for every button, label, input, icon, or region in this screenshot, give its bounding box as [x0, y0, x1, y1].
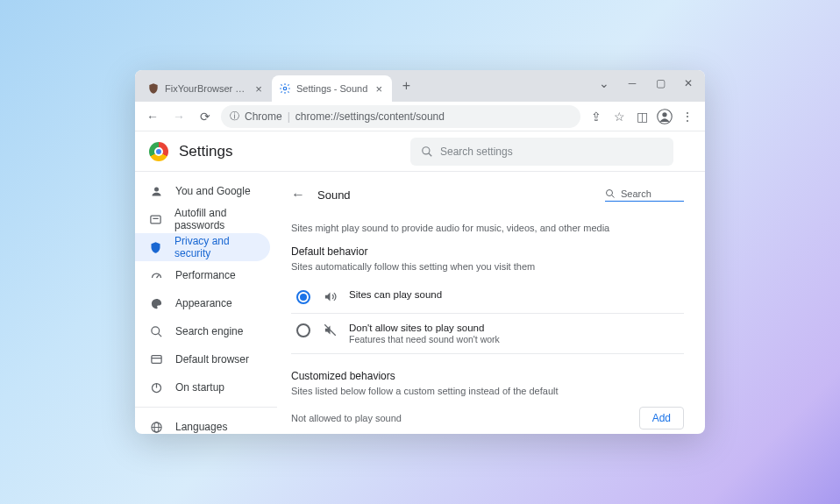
reload-button[interactable]: ⟳ — [195, 106, 216, 127]
window-controls: ⌄ ─ ▢ ✕ — [591, 70, 701, 96]
url-prefix: Chrome — [245, 110, 282, 123]
sidebar-item-you-and-google[interactable]: You and Google — [135, 177, 277, 205]
default-behavior-title: Default behavior — [291, 245, 684, 258]
shield-icon — [149, 240, 162, 254]
favicon-shield-icon — [147, 82, 160, 95]
page-title: Settings — [179, 143, 232, 160]
search-icon — [149, 324, 163, 338]
tab-close-icon[interactable]: × — [253, 82, 265, 95]
settings-body: You and Google Autofill and passwords Pr… — [135, 172, 705, 434]
sidebar-divider — [135, 407, 277, 408]
address-bar[interactable]: ⓘ Chrome | chrome://settings/content/sou… — [221, 105, 580, 128]
titlebar: FixYourBrowser - Your Trusted S… × Setti… — [135, 70, 705, 102]
section-title: Sound — [317, 188, 593, 202]
chrome-logo-icon — [149, 142, 168, 161]
profile-icon[interactable] — [654, 106, 675, 127]
new-tab-button[interactable]: + — [395, 75, 416, 96]
custom-title: Customized behaviors — [291, 370, 684, 382]
sidebar-item-default-browser[interactable]: Default browser — [135, 345, 277, 373]
person-icon — [149, 184, 163, 198]
not-allowed-label: Not allowed to play sound — [291, 413, 402, 423]
volume-mute-icon — [323, 323, 337, 337]
radio-unselected-icon — [296, 323, 310, 337]
power-icon — [149, 380, 163, 394]
sidebar-item-performance[interactable]: Performance — [135, 261, 277, 289]
svg-point-0 — [283, 87, 287, 90]
svg-line-19 — [612, 195, 615, 197]
toolbar: ← → ⟳ ⓘ Chrome | chrome://settings/conte… — [135, 102, 705, 131]
search-placeholder: Search settings — [440, 146, 513, 158]
sidebar-item-autofill[interactable]: Autofill and passwords — [135, 205, 277, 233]
svg-point-5 — [154, 187, 159, 191]
site-row: https://fixyourbrowser.com:443 ▸ ⋮ — [291, 429, 684, 434]
volume-icon — [323, 290, 337, 303]
globe-icon — [149, 420, 163, 434]
settings-header: Settings Search settings — [135, 131, 705, 172]
svg-rect-6 — [151, 216, 160, 224]
svg-line-4 — [429, 153, 432, 156]
sidebar: You and Google Autofill and passwords Pr… — [135, 172, 277, 434]
sidebar-item-startup[interactable]: On startup — [135, 373, 277, 401]
minimize-icon[interactable]: ─ — [619, 73, 645, 94]
paint-icon — [149, 296, 163, 310]
page-search-input[interactable]: Search — [605, 188, 684, 202]
tab-search-icon[interactable]: ⌄ — [591, 73, 617, 94]
tab-close-icon[interactable]: × — [373, 82, 385, 95]
main-header: ← Sound Search — [291, 179, 684, 210]
maximize-icon[interactable]: ▢ — [647, 73, 673, 94]
browser-window: FixYourBrowser - Your Trusted S… × Setti… — [135, 70, 705, 434]
intro-text: Sites might play sound to provide audio … — [291, 223, 684, 233]
content: Settings Search settings You and Google … — [135, 131, 705, 434]
main-panel: ← Sound Search Sites might play sound to… — [277, 172, 705, 434]
svg-point-8 — [151, 326, 159, 334]
back-arrow-icon[interactable]: ← — [291, 187, 305, 202]
svg-point-18 — [607, 189, 613, 195]
tab-settings[interactable]: Settings - Sound × — [272, 75, 392, 102]
radio-allow-sound[interactable]: Sites can play sound — [291, 280, 684, 314]
url-path: chrome://settings/content/sound — [295, 110, 445, 123]
sidebar-item-privacy[interactable]: Privacy and security — [135, 233, 270, 261]
radio-label: Don't allow sites to play sound — [349, 323, 500, 333]
close-window-icon[interactable]: ✕ — [675, 73, 701, 94]
sidepanel-icon[interactable]: ◫ — [631, 106, 652, 127]
share-icon[interactable]: ⇪ — [586, 106, 607, 127]
bookmark-icon[interactable]: ☆ — [609, 106, 630, 127]
radio-selected-icon — [296, 290, 310, 304]
speedometer-icon — [149, 268, 163, 282]
search-icon — [605, 188, 616, 199]
back-button[interactable]: ← — [142, 106, 163, 127]
svg-line-9 — [158, 333, 161, 337]
custom-sub: Sites listed below follow a custom setti… — [291, 386, 684, 396]
tab-fixyourbrowser[interactable]: FixYourBrowser - Your Trusted S… × — [140, 75, 272, 102]
favicon-gear-icon — [279, 82, 291, 95]
browser-icon — [149, 352, 163, 366]
autofill-icon — [149, 212, 162, 226]
radio-sublabel: Features that need sound won't work — [349, 334, 500, 344]
search-settings-input[interactable]: Search settings — [410, 138, 673, 166]
search-icon — [421, 146, 433, 158]
tab-label: Settings - Sound — [296, 83, 367, 94]
radio-label: Sites can play sound — [349, 289, 442, 300]
forward-button[interactable]: → — [168, 106, 189, 127]
add-not-allowed-button[interactable]: Add — [639, 407, 684, 429]
not-allowed-header: Not allowed to play sound Add — [291, 407, 684, 429]
sidebar-item-search-engine[interactable]: Search engine — [135, 317, 277, 345]
svg-rect-10 — [151, 355, 160, 363]
site-info-icon[interactable]: ⓘ — [230, 110, 239, 123]
radio-mute-sound[interactable]: Don't allow sites to play sound Features… — [291, 314, 684, 354]
tab-label: FixYourBrowser - Your Trusted S… — [165, 83, 247, 94]
sidebar-item-languages[interactable]: Languages — [135, 413, 277, 434]
menu-icon[interactable]: ⋮ — [677, 106, 698, 127]
svg-point-2 — [662, 112, 666, 117]
default-behavior-sub: Sites automatically follow this setting … — [291, 261, 684, 272]
sidebar-item-appearance[interactable]: Appearance — [135, 289, 277, 317]
svg-point-3 — [423, 146, 430, 153]
